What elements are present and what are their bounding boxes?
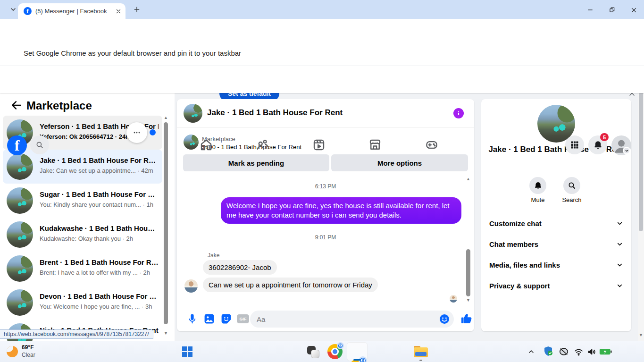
conversation-preview: You: Welcome I hope you are fine, ... · …: [40, 303, 159, 310]
marketplace-icon[interactable]: [368, 138, 382, 152]
conversation-preview: Kudakwashe: Okay thank you · 2h: [40, 235, 159, 242]
page-scrollbar[interactable]: [639, 76, 643, 231]
conversation-avatar: [7, 255, 33, 282]
banner-text: Set Google Chrome as your default browse…: [24, 40, 241, 66]
conversation-preview: Brent: I have a lot to offer with my ...…: [40, 269, 159, 276]
new-tab-button[interactable]: [133, 6, 141, 13]
chevron-down-icon: [616, 241, 623, 248]
conversation-title: Sugar · 1 Bed 1 Bath House For Rent: [40, 190, 159, 198]
sidebar-scroll-down-icon[interactable]: ▼: [164, 331, 168, 336]
chevron-down-icon: [616, 261, 623, 269]
tray-chevron-up-icon[interactable]: [527, 348, 535, 355]
conversation-avatar: [7, 221, 33, 248]
conversation-item[interactable]: Kudakwashe · 1 Bed 1 Bath House For Rent…: [3, 218, 162, 252]
photo-attach-icon[interactable]: [203, 313, 216, 325]
chevron-down-icon: [616, 220, 623, 227]
screen: f (5) Messenger | Facebook: [0, 0, 644, 362]
section-label: Chat members: [489, 240, 538, 248]
status-crossed-icon[interactable]: [559, 346, 569, 357]
chat-info-icon[interactable]: [453, 108, 464, 118]
friends-icon[interactable]: [255, 138, 269, 152]
browser-toolbar: web.facebook.com/messages/t/154780563018…: [0, 19, 644, 40]
security-shield-icon[interactable]: [543, 345, 554, 357]
unread-dot: [150, 129, 156, 135]
search-label: Search: [553, 196, 591, 203]
home-icon[interactable]: [199, 138, 213, 152]
window-close-button[interactable]: [627, 4, 641, 16]
conversation-item[interactable]: Sugar · 1 Bed 1 Bath House For Rent You:…: [3, 184, 162, 218]
window-maximize-button[interactable]: [605, 4, 619, 16]
back-arrow-icon[interactable]: [10, 99, 23, 111]
sidebar-scroll-up-icon[interactable]: ▲: [164, 116, 168, 120]
conversation-item[interactable]: Devon · 1 Bed 1 Bath House For Rent You:…: [3, 286, 162, 320]
volume-icon[interactable]: [587, 347, 597, 357]
watch-icon[interactable]: [312, 138, 326, 152]
outgoing-message[interactable]: Welcome I hope you are fine, yes the hou…: [221, 197, 461, 224]
message-timestamp: 6:13 PM: [177, 183, 474, 190]
section-label: Customize chat: [489, 219, 542, 227]
more-options-button[interactable]: More options: [331, 154, 468, 171]
conversation-item[interactable]: Brent · 1 Bed 1 Bath House For Rent Bren…: [3, 252, 162, 286]
browser-tab[interactable]: f (5) Messenger | Facebook: [18, 3, 125, 19]
facebook-logo[interactable]: f: [7, 135, 27, 155]
incoming-message[interactable]: Can we set up a appointment for tomorrow…: [203, 278, 378, 292]
facebook-favicon: f: [24, 7, 32, 15]
page-scrollbar-track[interactable]: ▲ ▼: [638, 66, 644, 341]
chat-scroll-up-icon[interactable]: ▲: [466, 177, 470, 181]
message-input-pill[interactable]: [250, 311, 454, 328]
voice-message-icon[interactable]: [186, 313, 199, 325]
file-explorer-icon[interactable]: [414, 346, 428, 357]
emoji-icon[interactable]: [439, 313, 450, 325]
chat-panel: Jake · 1 Bed 1 Bath House For Rent Marke…: [177, 99, 474, 331]
default-browser-banner: Set Google Chrome as your default browse…: [0, 40, 644, 66]
chat-scroll-down-icon[interactable]: ▼: [466, 298, 470, 303]
fb-search-button[interactable]: [30, 135, 49, 154]
mute-label: Mute: [519, 196, 557, 203]
weather-moon-icon: [7, 346, 18, 357]
apps-menu-button[interactable]: [565, 135, 584, 154]
conversation-avatar: [7, 187, 33, 214]
like-icon[interactable]: [460, 311, 473, 325]
weather-widget[interactable]: [7, 346, 18, 357]
chat-scrollbar[interactable]: [466, 249, 470, 296]
section-customize-chat[interactable]: Customize chat: [481, 213, 631, 234]
conversation-title: Kudakwashe · 1 Bed 1 Bath House For Rent: [40, 224, 159, 232]
page-scroll-down-icon[interactable]: ▼: [639, 333, 643, 337]
status-link: https://web.facebook.com/messages/t/9787…: [0, 329, 153, 339]
open-app-indicator: [419, 360, 422, 361]
window-minimize-button[interactable]: [583, 4, 597, 16]
conversation-menu-button[interactable]: [126, 122, 147, 143]
sidebar-scrollbar[interactable]: [164, 122, 168, 324]
gif-icon[interactable]: GIF: [237, 314, 249, 323]
chat-details-panel: Jake · 1 Bed 1 Bath House For Rent Mute …: [481, 99, 631, 331]
conversation-title: Devon · 1 Bed 1 Bath House For Rent: [40, 292, 159, 300]
sticker-icon[interactable]: [220, 313, 233, 325]
tab-search-icon[interactable]: [9, 6, 17, 13]
section-label: Media, files and links: [489, 261, 560, 269]
read-receipt-avatar: [450, 295, 457, 303]
chat-header[interactable]: Jake · 1 Bed 1 Bath House For Rent: [177, 99, 474, 127]
sender-name: Jake: [208, 252, 219, 259]
notification-badge: 5: [600, 133, 609, 141]
wifi-icon[interactable]: [574, 347, 584, 357]
conversation-item[interactable]: Jake · 1 Bed 1 Bath House For Rent Jake:…: [3, 150, 162, 184]
task-view-icon[interactable]: [307, 345, 320, 359]
conversation-avatar: [7, 289, 33, 316]
chrome-app-icon[interactable]: [327, 344, 343, 359]
browser-tabstrip: f (5) Messenger | Facebook: [0, 0, 644, 19]
section-media-files-links[interactable]: Media, files and links: [481, 254, 631, 275]
mute-button[interactable]: [529, 177, 546, 194]
gaming-icon[interactable]: [425, 138, 439, 152]
search-in-chat-button[interactable]: [563, 177, 580, 194]
tab-close-icon[interactable]: [115, 8, 122, 15]
mark-as-pending-button[interactable]: Mark as pending: [183, 154, 329, 171]
section-privacy-support[interactable]: Privacy & support: [481, 275, 631, 296]
profile-chevron-icon: [623, 147, 630, 154]
windows-taskbar: 69°F Clear: [0, 341, 644, 362]
tab-title: (5) Messenger | Facebook: [35, 8, 115, 15]
incoming-message[interactable]: 3602286902- Jacob: [203, 260, 277, 275]
battery-icon[interactable]: [599, 347, 612, 356]
section-chat-members[interactable]: Chat members: [481, 234, 631, 254]
start-button[interactable]: [182, 346, 192, 357]
message-input[interactable]: [257, 311, 436, 328]
